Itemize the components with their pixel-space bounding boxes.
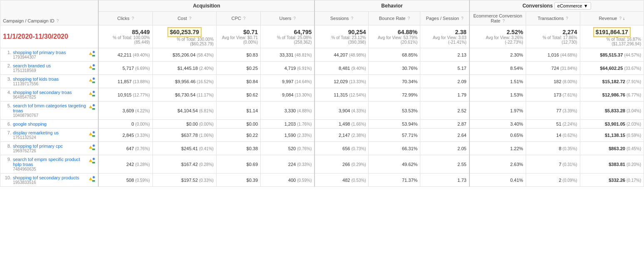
pages-help-icon[interactable]: ? <box>461 16 464 21</box>
trans-value: 182 <box>554 79 561 84</box>
campaign-help-icon[interactable]: ? <box>57 19 59 23</box>
campaign-link[interactable]: search tof bmm categories targeting troa… <box>13 103 86 113</box>
clicks-value: 647 <box>126 146 134 151</box>
cost-value: $9,956.46 <box>175 79 195 84</box>
date-range: 11/1/2020-11/30/2020 <box>3 33 68 40</box>
campaign-link[interactable]: google shopping <box>13 121 47 126</box>
cost-value: $1,445.18 <box>177 66 198 71</box>
campaign-link[interactable]: shopping tof secondary products <box>13 175 79 180</box>
total-pages-sub: Avg for View: 3.03 (-21.41%) <box>423 35 466 45</box>
trans-value: 51 <box>556 121 561 126</box>
clicks-pct: (13.88%) <box>133 79 150 84</box>
cpc-value: $0.00 <box>247 121 258 126</box>
cpc-value: $0.38 <box>247 146 258 151</box>
total-cpc: $0.71 <box>219 29 258 35</box>
revenue-help-icon[interactable]: ? <box>619 16 622 21</box>
table-row: 5. search tof bmm categories targeting t… <box>0 102 644 120</box>
sessions-value: 8,481 <box>339 66 350 71</box>
total-ecomm: 2.52% <box>472 29 523 35</box>
clicks-pct: (0.00%) <box>135 122 150 126</box>
cost-col-header[interactable]: Cost <box>177 16 187 21</box>
campaign-link[interactable]: shopping tof kids troas <box>13 77 59 82</box>
sessions-pct: (48.98%) <box>349 53 366 57</box>
revenue-value: $64,602.25 <box>600 66 623 71</box>
clicks-pct: (0.76%) <box>135 146 150 151</box>
sessions-value: 266 <box>342 162 350 167</box>
bounce-value: 30.76% <box>402 66 417 71</box>
ecomm-col-header[interactable]: Ecommerce Conversion Rate <box>473 13 522 23</box>
behavior-group-header: Behavior <box>381 3 402 9</box>
users-pct: (6.91%) <box>297 66 312 71</box>
pages-col-header[interactable]: Pages / Session <box>426 16 459 21</box>
conversions-dropdown[interactable]: eCommerce ▼ <box>554 2 591 10</box>
trans-help-icon[interactable]: ? <box>566 16 568 21</box>
clicks-col-header[interactable]: Clicks <box>117 16 130 21</box>
cpc-col-header[interactable]: CPC <box>232 16 241 21</box>
users-pct: (0.59%) <box>297 178 312 183</box>
campaign-link[interactable]: search tof empm specific product hplp tr… <box>13 157 80 167</box>
campaign-link[interactable]: search branded us <box>13 63 51 68</box>
total-users: 64,795 <box>263 29 312 35</box>
trans-col-header[interactable]: Transactions <box>538 16 564 21</box>
users-pct: (0.76%) <box>297 146 312 151</box>
campaign-id: 1969762726 <box>13 149 86 153</box>
sessions-help-icon[interactable]: ? <box>351 16 353 21</box>
google-ads-icon <box>88 63 95 71</box>
row-number: 2. <box>3 63 11 68</box>
bounce-col-header[interactable]: Bounce Rate <box>379 16 406 21</box>
campaign-link[interactable]: shopping tof primary cpc <box>13 144 63 149</box>
row-number: 10. <box>3 175 11 180</box>
trans-pct: (8.00%) <box>563 79 577 84</box>
clicks-value: 42,211 <box>117 52 132 57</box>
bounce-value: 72.99% <box>402 92 417 97</box>
google-ads-icon <box>88 175 95 183</box>
table-row: 10. shopping tof secondary products 1953… <box>0 173 644 187</box>
cpc-value: $0.84 <box>247 79 258 84</box>
users-col-header[interactable]: Users <box>279 16 291 21</box>
bounce-value: 57.71% <box>402 133 417 138</box>
campaign-col-header: Campaign / Campaign ID <box>3 18 55 23</box>
table-row: 8. shopping tof primary cpc 1969762726 6… <box>0 142 644 155</box>
users-value: 9,997 <box>282 79 294 84</box>
clicks-value: 508 <box>126 178 134 183</box>
cpc-help-icon[interactable]: ? <box>243 16 246 21</box>
users-help-icon[interactable]: ? <box>293 16 296 21</box>
row-number: 5. <box>3 103 11 108</box>
total-bounce-sub: Avg for View: 53.79% (20.61%) <box>371 35 417 45</box>
bounce-value: 66.31% <box>402 146 417 151</box>
campaign-link[interactable]: shopping tof secondary troas <box>13 90 72 95</box>
users-value: 400 <box>288 178 296 183</box>
campaign-id: 1953833516 <box>13 180 86 185</box>
bounce-value: 49.62% <box>402 162 417 167</box>
campaign-info: search branded us 1751318569 <box>13 63 86 73</box>
ecomm-help-icon[interactable]: ? <box>502 19 505 23</box>
total-clicks-sub: % of Total: 100.00% (85,449) <box>101 35 150 45</box>
clicks-value: 242 <box>126 162 134 167</box>
users-value: 224 <box>288 162 296 167</box>
clicks-pct: (3.33%) <box>135 133 150 138</box>
revenue-value: $863.20 <box>609 146 625 151</box>
ecomm-value: 0.65% <box>510 133 523 138</box>
users-value: 9,084 <box>282 92 294 97</box>
trans-pct: (0.31%) <box>563 162 577 167</box>
clicks-value: 10,915 <box>117 92 132 97</box>
pages-value: 2.13 <box>457 52 466 57</box>
clicks-help-icon[interactable]: ? <box>132 16 134 21</box>
cost-help-icon[interactable]: ? <box>189 16 192 21</box>
cost-value: $0.00 <box>186 121 198 126</box>
total-cost-highlight: $60,253.79 <box>167 27 202 37</box>
revenue-pct: (2.03%) <box>627 122 641 126</box>
campaign-info: google shopping <box>13 121 95 126</box>
trans-value: 724 <box>552 66 559 71</box>
sessions-col-header[interactable]: Sessions <box>330 16 349 21</box>
row-number: 9. <box>3 157 11 162</box>
total-trans-sub: % of Total: 17.86% (12,730) <box>529 35 577 45</box>
bounce-help-icon[interactable]: ? <box>407 16 410 21</box>
cpc-value: $0.83 <box>247 52 258 57</box>
campaign-link[interactable]: shopping tof primary troas <box>13 50 66 55</box>
campaign-link[interactable]: display remarketing us <box>13 130 59 135</box>
sessions-pct: (4.33%) <box>351 109 366 113</box>
campaign-id: 7484960635 <box>13 167 86 171</box>
cost-pct: (11.17%) <box>197 93 214 97</box>
revenue-col-header[interactable]: Revenue <box>599 16 617 21</box>
